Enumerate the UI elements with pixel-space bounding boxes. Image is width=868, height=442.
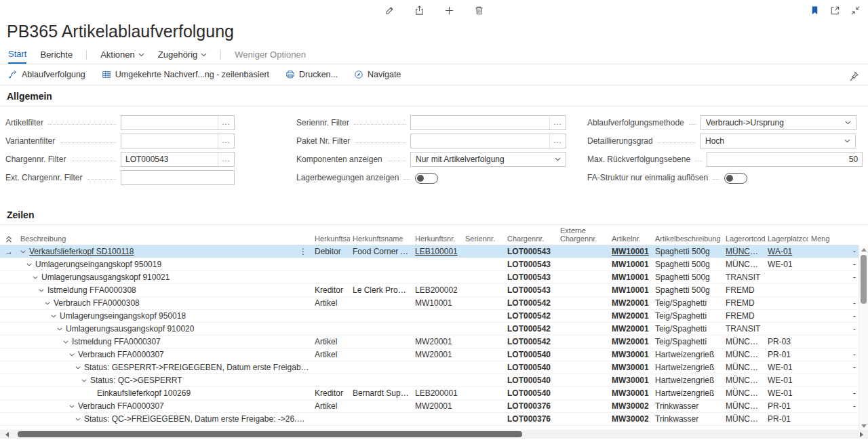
max-rückverfolgungsebene-input[interactable] — [707, 152, 863, 167]
assist-edit-button[interactable]: ... — [549, 134, 566, 148]
artikelfilter-input[interactable]: ... — [121, 115, 235, 130]
cell-lagerortcode[interactable]: MÜNCHEN — [723, 247, 765, 256]
column-header-lagerortcode[interactable]: Lagerortcode — [723, 235, 765, 243]
vertical-scrollbar[interactable] — [859, 245, 868, 430]
vertical-scroll-thumb[interactable] — [861, 255, 867, 304]
assist-edit-button[interactable]: ... — [218, 153, 234, 166]
edit-icon[interactable] — [383, 4, 395, 16]
cell-herkunftsart: Debitor — [312, 247, 350, 256]
seriennr-filter-input[interactable]: ... — [410, 115, 566, 130]
add-icon[interactable] — [443, 4, 455, 16]
column-header-beschreibung[interactable]: Beschreibung — [18, 235, 312, 243]
share-icon[interactable] — [413, 4, 425, 16]
table-row[interactable]: Umlagerungsausgangskopf 910021LOT000543M… — [0, 271, 859, 284]
scroll-down-icon[interactable] — [859, 422, 868, 430]
variantenfilter-input[interactable]: ... — [121, 134, 235, 148]
chevron-down-icon[interactable] — [57, 327, 62, 331]
column-header-herkunftsname[interactable]: Herkunftsname — [350, 235, 412, 243]
chevron-down-icon[interactable] — [39, 289, 44, 292]
column-header-seriennr[interactable]: Seriennr. — [462, 235, 505, 243]
assist-edit-button[interactable]: ... — [218, 116, 234, 129]
table-row[interactable]: Verbrauch FFA0000308ArtikelMW10001LOT000… — [0, 297, 859, 310]
action-umgekehrte-nachverfolgung[interactable]: Umgekehrte Nachverf...ng - zeilenbasiert — [102, 70, 269, 79]
komponenten-anzeigen-select[interactable]: Nur mit Artikelverfolgung — [410, 152, 566, 167]
row-more-icon[interactable]: ⋮ — [297, 247, 309, 256]
column-header-herkunftsnr[interactable]: Herkunftsnr. — [412, 235, 462, 243]
tab-start[interactable]: Start — [8, 45, 26, 64]
tab-berichte[interactable]: Berichte — [40, 45, 73, 64]
horizontal-scroll-thumb[interactable] — [18, 431, 522, 437]
chevron-down-icon[interactable] — [51, 315, 56, 318]
table-row[interactable]: Einkaufslieferkopf 100269KreditorBernard… — [0, 387, 859, 400]
pin-icon[interactable] — [848, 70, 860, 82]
cell-chargennr: LOT000540 — [505, 388, 557, 398]
table-row[interactable]: Status: QC->GESPERRTLOT000540MW30001Hart… — [0, 374, 859, 387]
chargennr-filter-field[interactable] — [121, 153, 218, 166]
chevron-down-icon[interactable] — [45, 302, 50, 305]
chevron-down-icon[interactable] — [69, 353, 75, 357]
chevron-down-icon[interactable] — [63, 340, 68, 344]
cell-artikelnr[interactable]: MW10001 — [609, 247, 652, 256]
action-ablaufverfolgung[interactable]: Ablaufverfolgung — [8, 70, 85, 79]
assist-edit-button[interactable]: ... — [549, 116, 566, 129]
action-navigate[interactable]: Navigate — [354, 70, 401, 79]
table-row[interactable]: Status: GESPERRT->FREIGEGEBEN, Datum ers… — [0, 361, 859, 374]
paket-nr-filter-input[interactable]: ... — [410, 134, 566, 148]
cell-chargennr: LOT000376 — [505, 414, 557, 424]
menu-separator — [86, 50, 87, 60]
artikelfilter-field[interactable] — [121, 116, 218, 129]
horizontal-scrollbar[interactable] — [0, 430, 868, 439]
cell-herkunftsnr[interactable]: LEB100001 — [412, 247, 462, 256]
chevron-down-icon[interactable] — [33, 276, 38, 279]
chevron-down-icon[interactable] — [69, 405, 75, 408]
action-drucken[interactable]: Drucken... — [285, 70, 338, 79]
collapse-icon[interactable] — [849, 4, 861, 16]
chargennr-filter-input[interactable]: ... — [121, 152, 235, 167]
chevron-down-icon[interactable] — [26, 263, 32, 266]
column-header-artikelnr[interactable]: Artikelnr. — [609, 235, 652, 243]
row-description[interactable]: Verkaufslieferkopf SD100118 — [29, 247, 134, 256]
chevron-down-icon[interactable] — [75, 418, 81, 421]
table-row[interactable]: Umlagerungseingangskopf 950019LOT000543M… — [0, 258, 859, 271]
column-header-lagerplatzcode[interactable]: Lagerplatzco... — [765, 235, 808, 243]
column-header-herkunftsart[interactable]: Herkunftsart — [312, 235, 350, 243]
table-row[interactable]: Umlagerungsausgangskopf 910020LOT000542M… — [0, 323, 859, 336]
tab-weniger-optionen[interactable]: Weniger Optionen — [235, 45, 306, 64]
cell-beschreibung: Umlagerungseingangskopf 950019 — [18, 260, 312, 269]
table-row[interactable]: Status: QC->FREIGEGEBEN, Datum erste Fre… — [0, 413, 859, 426]
max-rückverfolgungsebene-field[interactable] — [707, 153, 862, 166]
chevron-down-icon[interactable] — [20, 250, 26, 254]
table-row[interactable]: Umlagerungseingangskopf 950018LOT000542M… — [0, 310, 859, 323]
column-header-ext_chargennr[interactable]: Externe Chargennr. — [557, 226, 609, 243]
variantenfilter-field[interactable] — [121, 134, 218, 148]
paket-nr-filter-field[interactable] — [411, 134, 549, 148]
tab-zugehoerig[interactable]: Zugehörig — [158, 45, 208, 64]
popout-icon[interactable] — [829, 4, 841, 16]
assist-edit-button[interactable]: ... — [218, 134, 234, 148]
expand-all-icon[interactable] — [5, 236, 12, 243]
cell-lagerplatzcode[interactable]: WA-01 — [765, 247, 808, 256]
ext-chargennr-filter-input[interactable] — [121, 170, 235, 185]
fa-struktur-nur-einmalig-auflösen-toggle[interactable] — [724, 173, 747, 184]
scroll-up-icon[interactable] — [859, 245, 868, 254]
table-row[interactable]: Verbrauch FFA0000307ArtikelMW20001LOT000… — [0, 400, 859, 413]
table-row[interactable]: Verbrauch FFA0000307ArtikelMW20001LOT000… — [0, 348, 859, 361]
ablaufverfolgungsmethode-select[interactable]: Verbrauch->Ursprung — [701, 115, 856, 130]
ext-chargennr-filter-field[interactable] — [121, 171, 234, 184]
table-row[interactable]: Istmeldung FFA0000307ArtikelMW20001LOT00… — [0, 336, 859, 348]
column-header-artikelbeschreibung[interactable]: Artikelbeschreibung — [652, 235, 723, 243]
scroll-left-icon[interactable] — [1, 430, 12, 439]
bookmark-icon[interactable] — [808, 4, 821, 16]
chevron-down-icon[interactable] — [75, 366, 81, 369]
table-row[interactable]: →Verkaufslieferkopf SD100118⋮DebitorFood… — [0, 245, 859, 258]
chevron-down-icon[interactable] — [81, 379, 87, 382]
column-header-chargennr[interactable]: Chargennr. — [505, 235, 557, 243]
seriennr-filter-field[interactable] — [411, 116, 549, 129]
lagerbewegungen-anzeigen-toggle[interactable] — [415, 173, 438, 184]
column-header-menge[interactable]: Meng — [808, 235, 859, 243]
detaillierungsgrad-select[interactable]: Hoch — [700, 134, 856, 148]
scroll-right-icon[interactable] — [856, 430, 867, 439]
tab-aktionen[interactable]: Aktionen — [100, 45, 144, 64]
table-row[interactable]: Istmeldung FFA0000308KreditorLe Clerk Pr… — [0, 284, 859, 297]
delete-icon[interactable] — [473, 4, 485, 16]
